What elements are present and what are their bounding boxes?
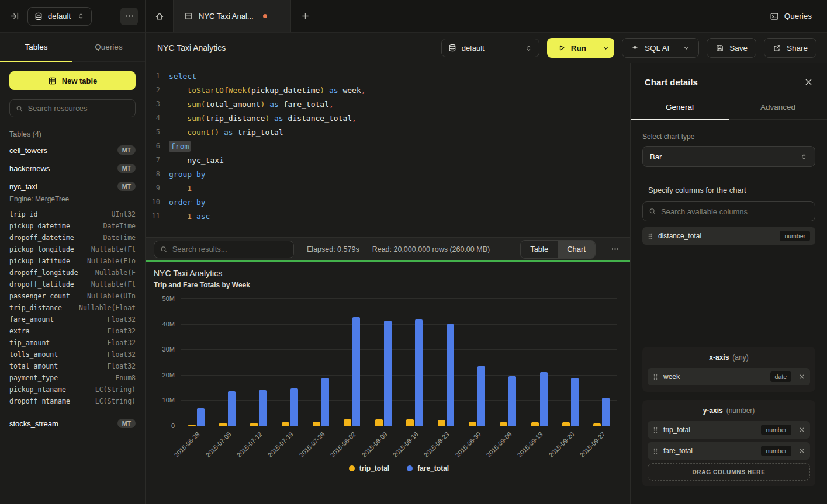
bar-trip_total[interactable] — [438, 420, 445, 426]
drag-handle[interactable] — [648, 232, 653, 240]
column-row-pickup_ntaname[interactable]: pickup_ntanameLC(String) — [0, 384, 145, 395]
bar-trip_total[interactable] — [406, 419, 414, 426]
search-resources-input[interactable] — [28, 104, 129, 113]
bar-fare_total[interactable] — [352, 317, 360, 426]
sidebar-table-stocks_stream[interactable]: stocks_streamMT — [0, 414, 145, 432]
bar-fare_total[interactable] — [259, 390, 267, 426]
legend-item-trip_total[interactable]: trip_total — [349, 464, 389, 472]
remove-column-button[interactable] — [799, 427, 805, 433]
column-row-dropoff_datetime[interactable]: dropoff_datetimeDateTime — [0, 232, 145, 244]
drag-handle[interactable] — [653, 426, 658, 434]
editor-line-10[interactable]: 10order by — [146, 195, 630, 209]
bar-fare_total[interactable] — [477, 366, 485, 426]
bar-fare_total[interactable] — [602, 398, 610, 426]
bar-trip_total[interactable] — [313, 422, 320, 426]
tab-general[interactable]: General — [631, 96, 729, 119]
queries-button[interactable]: Queries — [770, 0, 812, 32]
column-type: LC(String) — [95, 385, 136, 394]
column-row-dropoff_latitude[interactable]: dropoff_latitudeNullable(Fl — [0, 279, 145, 290]
sql-editor[interactable]: 1select2 toStartOfWeek(pickup_datetime) … — [146, 63, 630, 237]
drag-handle[interactable] — [653, 447, 658, 455]
column-row-trip_id[interactable]: trip_idUInt32 — [0, 208, 145, 220]
bar-fare_total[interactable] — [415, 319, 423, 426]
sidebar-more-button[interactable] — [120, 8, 138, 25]
code-token: as — [324, 86, 342, 95]
editor-line-1[interactable]: 1select — [146, 69, 630, 83]
column-chip-fare_total[interactable]: fare_totalnumber — [648, 442, 810, 460]
column-row-tip_amount[interactable]: tip_amountFloat32 — [0, 337, 145, 349]
column-chip-trip_total[interactable]: trip_totalnumber — [648, 421, 810, 439]
new-tab-button[interactable] — [291, 0, 319, 32]
sql-ai-options[interactable] — [677, 39, 690, 57]
home-button[interactable] — [146, 0, 173, 32]
legend-item-fare_total[interactable]: fare_total — [407, 464, 449, 472]
bar-fare_total[interactable] — [571, 378, 579, 426]
column-name: pickup_longitude — [9, 245, 74, 253]
sidebar-table-hackernews[interactable]: hackernewsMT — [0, 159, 145, 177]
search-results-input[interactable] — [172, 245, 288, 253]
column-row-trip_distance[interactable]: trip_distanceNullable(Float — [0, 302, 145, 314]
column-row-pickup_latitude[interactable]: pickup_latitudeNullable(Flo — [0, 255, 145, 267]
drop-zone[interactable]: DRAG COLUMNS HERE — [648, 463, 810, 481]
column-row-extra[interactable]: extraFloat32 — [0, 325, 145, 337]
sidebar-tab-queries[interactable]: Queries — [72, 33, 145, 61]
editor-line-6[interactable]: 6from — [146, 139, 630, 153]
column-row-pickup_longitude[interactable]: pickup_longitudeNullable(Fl — [0, 244, 145, 255]
results-more-button[interactable] — [608, 245, 622, 253]
editor-line-8[interactable]: 8group by — [146, 167, 630, 181]
chart-type-label: Select chart type — [642, 133, 815, 141]
sidebar-database-selector[interactable]: default — [27, 7, 92, 26]
bar-trip_total[interactable] — [344, 419, 351, 426]
drag-handle-icon — [648, 232, 653, 240]
editor-line-4[interactable]: 4 sum(trip_distance) as distance_total, — [146, 111, 630, 125]
bar-trip_total[interactable] — [375, 419, 383, 426]
remove-column-button[interactable] — [799, 374, 805, 380]
share-button[interactable]: Share — [764, 38, 816, 58]
column-row-payment_type[interactable]: payment_typeEnum8 — [0, 372, 145, 384]
editor-line-9[interactable]: 9 1 — [146, 181, 630, 195]
sidebar-tab-tables[interactable]: Tables — [0, 33, 72, 61]
view-table-button[interactable]: Table — [521, 241, 558, 258]
column-row-fare_amount[interactable]: fare_amountFloat32 — [0, 314, 145, 325]
bar-fare_total[interactable] — [540, 372, 548, 426]
remove-column-button[interactable] — [799, 448, 805, 454]
column-row-dropoff_ntaname[interactable]: dropoff_ntanameLC(String) — [0, 395, 145, 407]
bar-fare_total[interactable] — [321, 378, 329, 426]
new-table-button[interactable]: New table — [9, 71, 136, 90]
chart-type-select[interactable]: Bar — [642, 146, 815, 167]
editor-line-5[interactable]: 5 count() as trip_total — [146, 125, 630, 139]
bar-fare_total[interactable] — [384, 321, 392, 426]
query-database-selector[interactable]: default — [441, 39, 539, 57]
bar-fare_total[interactable] — [228, 391, 236, 426]
column-row-total_amount[interactable]: total_amountFloat32 — [0, 360, 145, 372]
sidebar-table-nyc_taxi[interactable]: nyc_taxiMT — [0, 177, 145, 195]
column-chip-distance_total[interactable]: distance_totalnumber — [642, 227, 815, 245]
sql-ai-button[interactable]: SQL AI — [622, 38, 699, 58]
close-panel-button[interactable] — [804, 78, 813, 86]
bar-group-2015-07-12 — [243, 298, 274, 426]
bar-trip_total[interactable] — [469, 422, 476, 426]
run-button[interactable]: Run — [547, 38, 597, 58]
drag-handle[interactable] — [653, 373, 658, 381]
column-row-pickup_datetime[interactable]: pickup_datetimeDateTime — [0, 220, 145, 232]
column-row-passenger_count[interactable]: passenger_countNullable(UIn — [0, 290, 145, 302]
bar-fare_total[interactable] — [447, 324, 454, 426]
run-options-button[interactable] — [597, 38, 614, 58]
bar-fare_total[interactable] — [508, 376, 516, 426]
editor-line-7[interactable]: 7 nyc_taxi — [146, 153, 630, 167]
save-button[interactable]: Save — [707, 38, 756, 58]
tab-advanced[interactable]: Advanced — [729, 96, 827, 119]
search-columns-input[interactable] — [661, 207, 809, 216]
bar-fare_total[interactable] — [290, 388, 298, 426]
collapse-sidebar-button[interactable] — [7, 9, 22, 23]
query-tab[interactable]: NYC Taxi Anal... — [173, 0, 291, 32]
column-row-dropoff_longitude[interactable]: dropoff_longitudeNullable(F — [0, 267, 145, 279]
column-row-tolls_amount[interactable]: tolls_amountFloat32 — [0, 349, 145, 360]
editor-line-2[interactable]: 2 toStartOfWeek(pickup_datetime) as week… — [146, 83, 630, 97]
editor-line-3[interactable]: 3 sum(total_amount) as fare_total, — [146, 97, 630, 111]
bar-fare_total[interactable] — [197, 408, 205, 426]
view-chart-button[interactable]: Chart — [558, 241, 595, 258]
column-chip-week[interactable]: weekdate — [648, 368, 810, 385]
sidebar-table-cell_towers[interactable]: cell_towersMT — [0, 141, 145, 159]
editor-line-11[interactable]: 11 1 asc — [146, 209, 630, 223]
